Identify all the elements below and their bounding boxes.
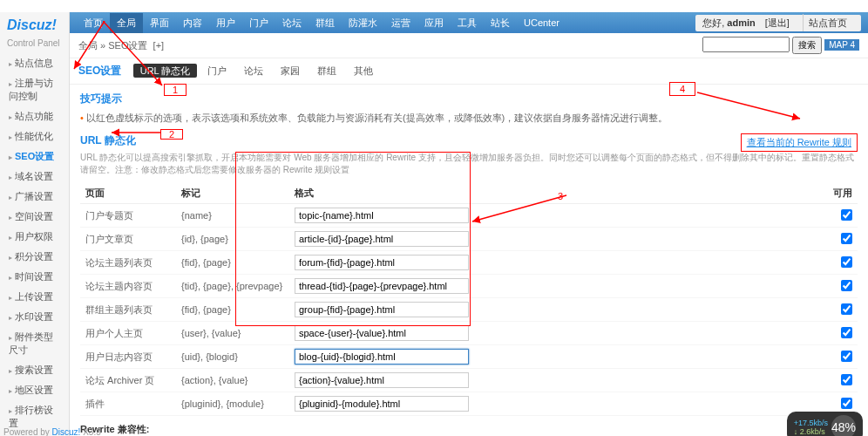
sidenav-item[interactable]: 积分设置 [0,247,69,267]
metrics-badge: +17.5kb/s↓ 2.6kb/s 48% [787,412,863,436]
home-link[interactable]: 站点首页 [803,14,854,31]
cell-page: 论坛主题内容页 [80,275,176,298]
cell-mark: {fid}, {page} [176,298,289,322]
sidenav-item[interactable]: 性能优化 [0,126,69,146]
format-input[interactable] [295,325,469,341]
sidenav-item[interactable]: 站点功能 [0,106,69,126]
format-input[interactable] [295,302,469,317]
footer: Powered by Discuz! X3.3 © 2001-2017, Com… [3,427,112,436]
tab-5[interactable]: 其他 [347,64,380,78]
th-page: 页面 [80,183,176,204]
topnav-论坛[interactable]: 论坛 [275,13,309,33]
cell-mark: {uid}, {blogid} [176,345,289,369]
th-mark: 标记 [176,183,289,204]
tab-0[interactable]: URL 静态化 [133,64,198,78]
table-row: 用户日志内容页{uid}, {blogid} [80,345,858,369]
table-row: 门户文章页{id}, {page} [80,228,858,251]
section-desc: URL 静态化可以提高搜索引擎抓取，开启本功能需要对 Web 服务器增加相应的 … [80,152,858,176]
format-input[interactable] [295,208,469,223]
cell-page: 论坛 Archiver 页 [80,369,176,392]
table-row: 用户个人主页{user}, {value} [80,322,858,345]
view-rewrite-rules-link[interactable]: 查看当前的 Rewrite 规则 [741,133,858,152]
side-nav: 站点信息注册与访问控制站点功能性能优化SEO设置域名设置广播设置空间设置用户权限… [0,53,69,436]
sidenav-item[interactable]: 搜索设置 [0,360,69,380]
sidenav-item[interactable]: 空间设置 [0,207,69,227]
cell-page: 论坛主题列表页 [80,251,176,275]
tip-label: 技巧提示 [80,92,858,106]
topnav-UCenter[interactable]: UCenter [517,14,566,31]
sidenav-item[interactable]: 水印设置 [0,307,69,327]
cell-page: 门户专题页 [80,204,176,228]
sidenav-item[interactable]: 附件类型尺寸 [0,327,69,360]
enable-checkbox[interactable] [841,303,852,315]
cell-mark: {user}, {value} [176,322,289,345]
breadcrumb-plus[interactable]: [+] [153,40,165,51]
footer-product-link[interactable]: Discuz! [52,427,81,436]
format-input[interactable] [295,255,469,270]
format-input[interactable] [295,372,469,388]
cell-mark: {fid}, {page} [176,251,289,275]
cell-page: 群组主题列表页 [80,298,176,322]
enable-checkbox[interactable] [841,209,852,221]
format-input[interactable] [295,396,469,412]
enable-checkbox[interactable] [841,374,852,385]
cell-page: 用户日志内容页 [80,345,176,369]
logo: Discuz! [0,12,69,38]
search-input[interactable] [702,37,790,52]
topbar-user: 您好, admin [退出] 站点首页 [695,15,861,31]
tab-4[interactable]: 群组 [310,64,343,78]
cell-page: 用户个人主页 [80,322,176,345]
enable-checkbox[interactable] [841,327,852,338]
enable-checkbox[interactable] [841,398,852,409]
th-enable: 可用 [823,183,858,204]
topnav-站长[interactable]: 站长 [484,13,517,33]
sidenav-item[interactable]: 广播设置 [0,187,69,207]
map-button[interactable]: MAP 4 [824,39,859,51]
tab-1[interactable]: 门户 [200,64,234,78]
search-button[interactable]: 搜索 [792,37,822,54]
sidenav-item[interactable]: 上传设置 [0,287,69,307]
topnav-首页[interactable]: 首页 [77,13,110,33]
tab-3[interactable]: 家园 [274,64,307,78]
enable-checkbox[interactable] [841,233,852,244]
breadcrumb-item[interactable]: 全局 [78,39,98,52]
topnav-群组[interactable]: 群组 [309,13,342,33]
sidenav-item[interactable]: 地区设置 [0,380,69,400]
sidenav-item[interactable]: 用户权限 [0,227,69,247]
table-row: 论坛主题列表页{fid}, {page} [80,251,858,275]
topnav-内容[interactable]: 内容 [176,13,209,33]
table-row: 论坛 Archiver 页{action}, {value} [80,369,858,392]
topnav-工具[interactable]: 工具 [451,13,484,33]
enable-checkbox[interactable] [841,280,852,291]
topnav-全局[interactable]: 全局 [110,13,143,33]
table-row: 插件{pluginid}, {module} [80,392,858,416]
enable-checkbox[interactable] [841,351,852,362]
logout-link[interactable]: [退出] [758,14,797,31]
logo-subtitle: Control Panel [0,38,69,53]
sidenav-item[interactable]: 站点信息 [0,53,69,73]
format-input[interactable] [295,349,469,364]
breadcrumb-item[interactable]: SEO设置 [108,39,147,52]
topnav-应用[interactable]: 应用 [417,13,451,33]
format-input[interactable] [295,231,469,247]
format-input[interactable] [295,278,469,294]
breadcrumb: 全局 » SEO设置 [+] 搜索 MAP 4 [70,33,868,58]
current-user: admin [727,17,755,28]
cell-mark: {name} [176,204,289,228]
topnav-防灌水[interactable]: 防灌水 [342,13,384,33]
table-row: 门户专题页{name} [80,204,858,228]
topnav-运营[interactable]: 运营 [384,13,417,33]
sidenav-item[interactable]: SEO设置 [0,146,69,167]
tabs-title: SEO设置 [78,65,121,77]
enable-checkbox[interactable] [841,256,852,268]
topnav-界面[interactable]: 界面 [143,13,176,33]
sidenav-item[interactable]: 域名设置 [0,167,69,187]
cell-mark: {pluginid}, {module} [176,392,289,416]
sidenav-item[interactable]: 注册与访问控制 [0,73,69,106]
table-row: 群组主题列表页{fid}, {page} [80,298,858,322]
th-format: 格式 [289,183,823,204]
tab-2[interactable]: 论坛 [237,64,270,78]
sidenav-item[interactable]: 时间设置 [0,267,69,287]
topnav-用户[interactable]: 用户 [209,13,242,33]
topnav-门户[interactable]: 门户 [242,13,275,33]
